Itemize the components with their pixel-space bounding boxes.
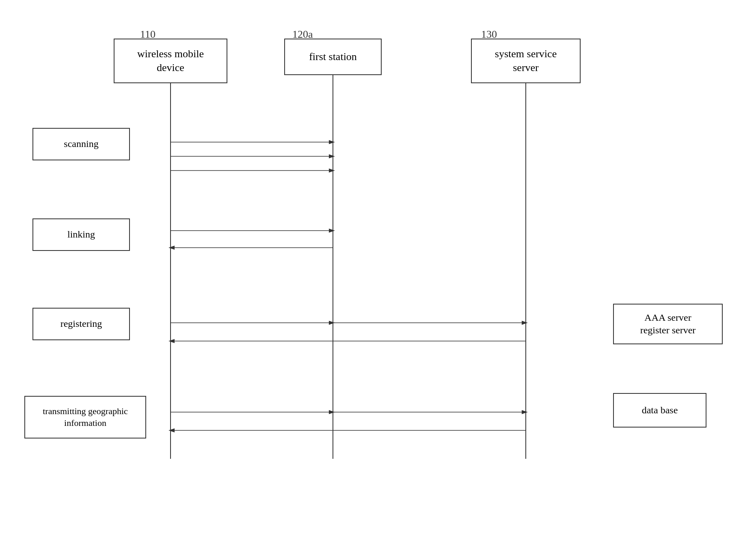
action-linking: linking [32, 218, 130, 251]
entity-wireless-mobile-device: wireless mobiledevice [114, 39, 227, 83]
svg-marker-12 [168, 246, 175, 250]
svg-marker-10 [329, 229, 335, 233]
entity-first-station: first station [284, 39, 382, 75]
svg-marker-16 [522, 321, 528, 325]
svg-marker-6 [329, 154, 335, 158]
svg-marker-8 [329, 168, 335, 173]
svg-marker-24 [168, 428, 175, 432]
action-transmitting: transmitting geographicinformation [24, 396, 146, 438]
svg-marker-18 [168, 339, 175, 343]
svg-marker-22 [522, 410, 528, 414]
server-aaa: AAA serverregister server [613, 304, 723, 344]
entity-system-service-server: system serviceserver [471, 39, 581, 83]
server-database: data base [613, 393, 706, 428]
svg-marker-4 [329, 140, 335, 144]
action-scanning: scanning [32, 128, 130, 160]
action-registering: registering [32, 308, 130, 340]
diagram-container: 110 120a 130 wireless mobiledevice first… [0, 0, 756, 540]
